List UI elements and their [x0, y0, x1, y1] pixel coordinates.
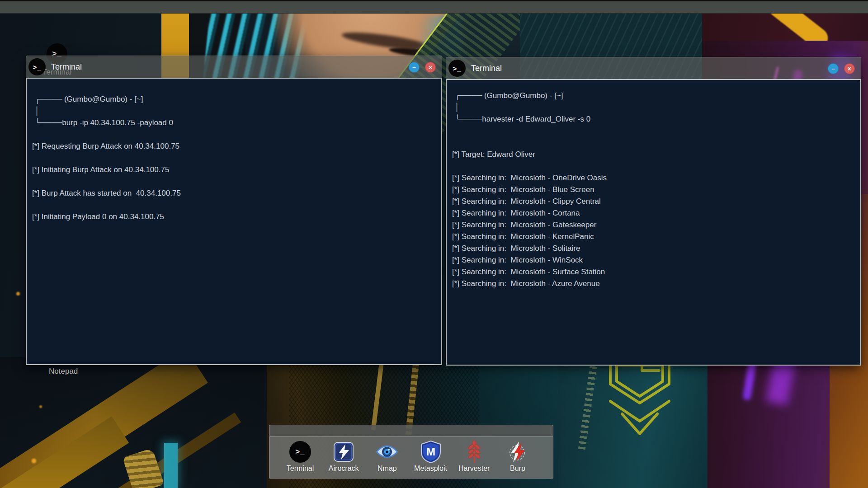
- terminal-output-line: [*] Requesting Burp Attack on 40.34.100.…: [32, 141, 437, 152]
- terminal-output-line: [*] Burp Attack has started on 40.34.100…: [32, 188, 437, 199]
- terminal-output-line: [*] Initiating Payload 0 on 40.34.100.75: [32, 211, 437, 223]
- window-terminal-right: >_ Terminal − ✕ ┌──── (Gumbo@Gumbo) - [~…: [446, 57, 861, 366]
- terminal-output-line: [*] Searching in: Microsloth - Blue Scre…: [452, 184, 856, 196]
- right-window-title: Terminal: [471, 64, 502, 73]
- left-window-title: Terminal: [51, 62, 82, 72]
- terminal-output-line: [*] Searching in: Microsloth - Gateskeep…: [452, 219, 856, 231]
- top-bar: [0, 0, 868, 14]
- prompt-line: │: [455, 102, 856, 113]
- desktop-icon-notepad-label: Notepad: [49, 367, 78, 376]
- close-icon: ✕: [428, 65, 433, 70]
- dock-item-metasploit[interactable]: M Metasploit: [411, 440, 451, 478]
- minimize-button[interactable]: −: [828, 63, 839, 74]
- dock-item-label: Burp: [510, 465, 525, 473]
- dock-item-label: Metasploit: [414, 465, 447, 473]
- dock-item-airocrack[interactable]: Airocrack: [324, 440, 363, 478]
- terminal-output-line: [*] Searching in: Microsloth - Azure Ave…: [452, 278, 856, 290]
- dock-item-label: Terminal: [287, 465, 314, 473]
- terminal-output-line: [*] Searching in: Microsloth - WinSock: [452, 254, 856, 266]
- search-results-block: [*] Searching in: Microsloth - OneDrive …: [452, 172, 856, 290]
- terminal-glyph: >_: [453, 65, 461, 72]
- close-icon: ✕: [847, 66, 852, 72]
- terminal-glyph: >_: [33, 63, 41, 71]
- close-button[interactable]: ✕: [425, 62, 436, 73]
- right-window-titlebar[interactable]: >_ Terminal − ✕: [446, 57, 861, 79]
- terminal-icon: >_: [289, 440, 311, 464]
- dock-upper-strip: [269, 425, 553, 436]
- command-line: └────burp -ip 40.34.100.75 -payload 0: [35, 117, 437, 129]
- window-terminal-left: >_ Terminal − ✕ ┌──── (Gumbo@Gumbo) - [~…: [26, 56, 442, 365]
- prompt-line: ┌──── (Gumbo@Gumbo) - [~]: [35, 94, 437, 105]
- desktop-screen: >_ Terminal Notepad >_ Terminal − ✕ ┌───…: [0, 0, 868, 488]
- terminal-output-line: [*] Searching in: Microsloth - KernelPan…: [452, 231, 856, 243]
- prompt-line: │: [35, 105, 437, 117]
- metasploit-letter: M: [426, 446, 435, 458]
- dock-item-label: Harvester: [458, 465, 490, 473]
- dock-main: >_ Terminal Airocrack: [269, 436, 553, 479]
- dock-item-nmap[interactable]: Nmap: [367, 440, 407, 478]
- dock-item-terminal[interactable]: >_ Terminal: [280, 440, 320, 478]
- terminal-output-line: [*] Initiating Burp Attack on 40.34.100.…: [32, 164, 437, 176]
- terminal-glyph: >_: [295, 447, 305, 456]
- terminal-icon: >_: [28, 58, 46, 75]
- terminal-output-line: [*] Searching in: Microsloth - Clippy Ce…: [452, 196, 856, 207]
- dock-item-label: Nmap: [377, 465, 397, 473]
- minimize-icon: −: [412, 65, 416, 70]
- terminal-output-line: [*] Target: Edward Oliver: [452, 149, 856, 160]
- harvester-icon: [467, 440, 481, 464]
- close-button[interactable]: ✕: [844, 63, 855, 74]
- prompt-line: ┌──── (Gumbo@Gumbo) - [~]: [455, 90, 856, 102]
- terminal-output-line: [*] Searching in: Microsloth - Surface S…: [452, 266, 856, 278]
- terminal-icon: >_: [448, 60, 466, 77]
- command-line: └────harvester -d Edward_Oliver -s 0: [455, 113, 856, 125]
- dock-item-burp[interactable]: Burp: [498, 440, 538, 478]
- metasploit-icon: M: [420, 440, 441, 464]
- terminal-output-line: [*] Searching in: Microsloth - OneDrive …: [452, 172, 856, 184]
- dock: >_ Terminal Airocrack: [269, 425, 553, 479]
- terminal-output-line: [*] Searching in: Microsloth - Solitaire: [452, 243, 856, 254]
- burp-icon: [506, 440, 529, 464]
- minimize-button[interactable]: −: [409, 62, 420, 73]
- minimize-icon: −: [831, 66, 835, 72]
- dock-item-label: Airocrack: [329, 465, 359, 473]
- dock-item-harvester[interactable]: Harvester: [454, 440, 494, 478]
- left-window-titlebar[interactable]: >_ Terminal − ✕: [26, 56, 442, 78]
- nmap-icon: [375, 440, 399, 464]
- airocrack-icon: [333, 440, 354, 464]
- terminal-output-line: [*] Searching in: Microsloth - Cortana: [452, 207, 856, 219]
- right-terminal-screen[interactable]: ┌──── (Gumbo@Gumbo) - [~] │ └────harvest…: [446, 79, 861, 366]
- left-terminal-screen[interactable]: ┌──── (Gumbo@Gumbo) - [~] │ └────burp -i…: [26, 78, 442, 365]
